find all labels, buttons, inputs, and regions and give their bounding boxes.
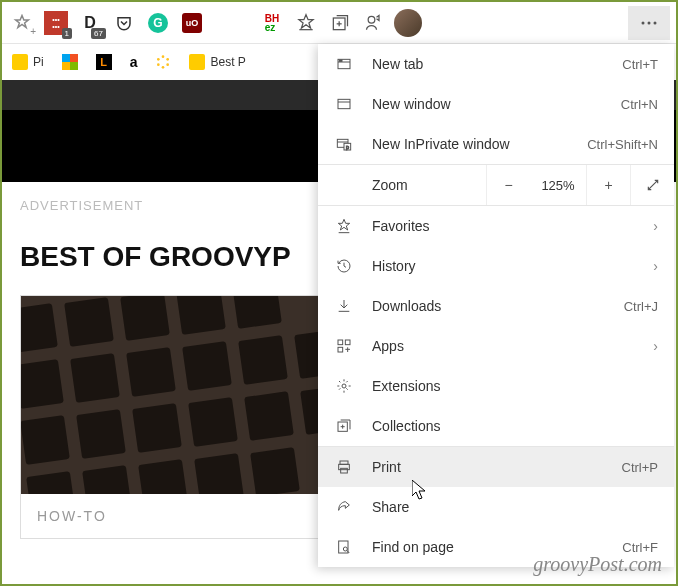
menu-item-label: New window [372, 96, 451, 112]
menu-favorites[interactable]: Favorites › [318, 206, 674, 246]
profile-avatar[interactable] [394, 9, 422, 37]
favorites-icon [334, 216, 354, 236]
menu-print[interactable]: Print Ctrl+P [318, 447, 674, 487]
bookmark-l[interactable]: L [96, 54, 112, 70]
menu-apps[interactable]: Apps › [318, 326, 674, 366]
svg-text:p: p [346, 144, 349, 150]
menu-new-tab[interactable]: New tab Ctrl+T [318, 44, 674, 84]
menu-item-label: Extensions [372, 378, 440, 394]
new-window-icon [334, 94, 354, 114]
add-favorite-icon[interactable]: + [8, 9, 36, 37]
svg-rect-35 [341, 468, 348, 473]
menu-item-shortcut: Ctrl+T [622, 57, 658, 72]
svg-point-6 [648, 21, 651, 24]
browser-toolbar: + ••••••1 D67 G uO BHez [2, 2, 676, 44]
print-icon [334, 457, 354, 477]
menu-item-label: Share [372, 499, 409, 515]
zoom-in-button[interactable]: + [586, 165, 630, 205]
downloads-icon [334, 296, 354, 316]
menu-share[interactable]: Share [318, 487, 674, 527]
ublock-icon[interactable]: uO [178, 9, 206, 37]
menu-item-label: Apps [372, 338, 404, 354]
zoom-value: 125% [530, 178, 586, 193]
menu-new-window[interactable]: New window Ctrl+N [318, 84, 674, 124]
menu-item-shortcut: Ctrl+Shift+N [587, 137, 658, 152]
menu-collections[interactable]: Collections [318, 406, 674, 446]
menu-item-label: Print [372, 459, 401, 475]
ext-icon-red[interactable]: ••••••1 [42, 9, 70, 37]
ext-icon-d[interactable]: D67 [76, 9, 104, 37]
settings-menu: New tab Ctrl+T New window Ctrl+N p New I… [318, 44, 674, 567]
svg-rect-26 [338, 347, 343, 352]
grammarly-icon[interactable]: G [144, 9, 172, 37]
keyboard-image [21, 296, 319, 494]
svg-point-4 [368, 16, 375, 23]
svg-point-8 [162, 55, 165, 58]
svg-point-29 [342, 384, 346, 388]
menu-zoom: Zoom − 125% + [318, 165, 674, 205]
svg-rect-16 [339, 60, 342, 61]
bookmark-ms[interactable] [62, 54, 78, 70]
share-icon [334, 497, 354, 517]
bookmark-pi[interactable]: Pi [12, 54, 44, 70]
history-icon [334, 256, 354, 276]
svg-point-7 [654, 21, 657, 24]
svg-point-9 [162, 66, 165, 69]
zoom-label: Zoom [318, 177, 486, 193]
chevron-right-icon: › [653, 338, 658, 354]
article-card[interactable]: HOW-TO [20, 295, 320, 539]
menu-item-label: New tab [372, 56, 423, 72]
menu-item-shortcut: Ctrl+J [624, 299, 658, 314]
apps-icon [334, 336, 354, 356]
extensions-icon [334, 376, 354, 396]
chevron-right-icon: › [653, 218, 658, 234]
collections-menu-icon [334, 416, 354, 436]
svg-point-10 [157, 58, 160, 61]
more-menu-button[interactable] [628, 6, 670, 40]
inprivate-icon: p [334, 134, 354, 154]
menu-inprivate[interactable]: p New InPrivate window Ctrl+Shift+N [318, 124, 674, 164]
watermark: groovyPost.com [533, 553, 662, 576]
menu-item-label: Collections [372, 418, 440, 434]
bh-icon[interactable]: BHez [258, 9, 286, 37]
menu-item-shortcut: Ctrl+N [621, 97, 658, 112]
find-icon [334, 537, 354, 557]
svg-point-13 [167, 63, 170, 66]
menu-item-shortcut: Ctrl+P [622, 460, 658, 475]
svg-point-11 [167, 58, 170, 61]
chevron-right-icon: › [653, 258, 658, 274]
svg-point-5 [642, 21, 645, 24]
menu-item-label: New InPrivate window [372, 136, 510, 152]
bookmark-amazon[interactable]: a [130, 54, 138, 70]
new-tab-icon [334, 54, 354, 74]
mouse-cursor [412, 480, 428, 502]
menu-item-label: Downloads [372, 298, 441, 314]
menu-history[interactable]: History › [318, 246, 674, 286]
menu-item-label: Favorites [372, 218, 430, 234]
menu-extensions[interactable]: Extensions [318, 366, 674, 406]
svg-rect-17 [338, 99, 350, 108]
favorites-star-icon[interactable] [292, 9, 320, 37]
svg-rect-24 [338, 340, 343, 345]
menu-downloads[interactable]: Downloads Ctrl+J [318, 286, 674, 326]
bookmark-walmart[interactable] [155, 54, 171, 70]
menu-item-label: History [372, 258, 416, 274]
pocket-icon[interactable] [110, 9, 138, 37]
fullscreen-button[interactable] [630, 165, 674, 205]
collections-icon[interactable] [326, 9, 354, 37]
article-category: HOW-TO [21, 494, 319, 538]
bookmark-best[interactable]: Best P [189, 54, 245, 70]
feedback-icon[interactable] [360, 9, 388, 37]
svg-point-12 [157, 63, 160, 66]
svg-rect-25 [345, 340, 350, 345]
zoom-out-button[interactable]: − [486, 165, 530, 205]
menu-item-label: Find on page [372, 539, 454, 555]
